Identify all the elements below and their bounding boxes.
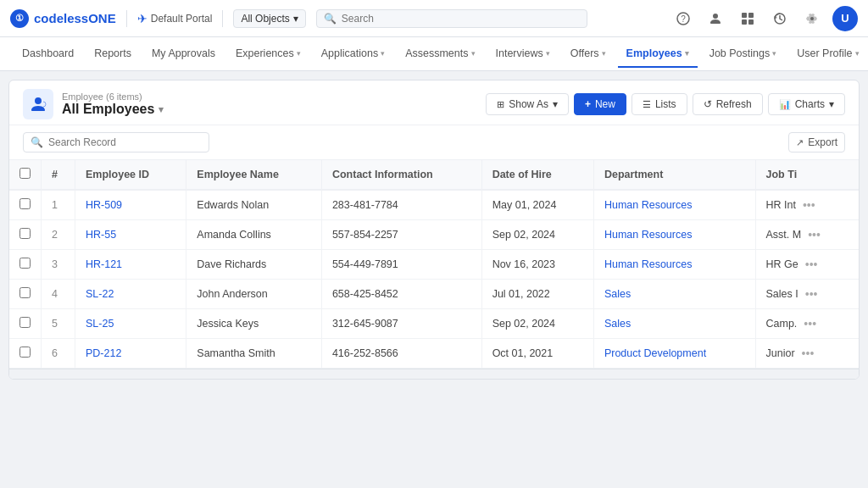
- row-contact-4: 658-425-8452: [321, 280, 481, 309]
- show-as-button[interactable]: ⊞ Show As ▾: [486, 93, 569, 115]
- nav-interviews[interactable]: Interviews▾: [487, 41, 559, 68]
- nav-offers[interactable]: Offers▾: [562, 41, 615, 68]
- row-checkbox-1[interactable]: [9, 190, 42, 220]
- lists-button[interactable]: ☰ Lists: [632, 93, 687, 115]
- portal-selector[interactable]: ✈ Default Portal: [137, 12, 213, 25]
- row-id-6[interactable]: PD-212: [75, 339, 186, 369]
- row-checkbox-3[interactable]: [9, 250, 42, 280]
- charts-button[interactable]: 📊 Charts ▾: [768, 93, 845, 115]
- content-header: Employee (6 items) All Employees ▾ ⊞ Sho…: [9, 80, 859, 125]
- row-checkbox-6[interactable]: [9, 339, 42, 369]
- table-row: 1 HR-509 Edwards Nolan 283-481-7784 May …: [9, 190, 859, 220]
- content-title-area: Employee (6 items) All Employees ▾: [62, 92, 164, 117]
- row-contact-5: 312-645-9087: [321, 309, 481, 339]
- export-button[interactable]: ↗ Export: [788, 132, 845, 152]
- help-icon[interactable]: ?: [671, 7, 695, 30]
- export-icon: ↗: [796, 137, 804, 148]
- nav-reports[interactable]: Reports: [86, 41, 140, 68]
- employee-id-link-4[interactable]: SL-22: [86, 288, 114, 300]
- row-more-btn-2[interactable]: •••: [804, 228, 824, 241]
- employees-caret: ▾: [685, 49, 689, 58]
- nav-assessments[interactable]: Assessments▾: [397, 41, 483, 68]
- applications-caret: ▾: [381, 49, 385, 58]
- row-department-1: Human Resources: [593, 190, 755, 220]
- select-all-checkbox[interactable]: [19, 168, 31, 179]
- employee-id-link-6[interactable]: PD-212: [86, 347, 121, 359]
- main-nav: Dashboard Reports My Approvals Experienc…: [0, 37, 868, 71]
- title-caret[interactable]: ▾: [159, 104, 164, 115]
- nav-job-postings[interactable]: Job Postings▾: [701, 41, 786, 68]
- row-department-6: Product Development: [593, 339, 755, 369]
- global-search-input[interactable]: [342, 13, 580, 25]
- row-id-3[interactable]: HR-121: [75, 250, 186, 280]
- search-record-input[interactable]: [48, 136, 202, 148]
- nav-employees[interactable]: Employees▾: [618, 41, 698, 68]
- content-header-right: ⊞ Show As ▾ + New ☰ Lists ↺ Refresh 📊 Ch…: [486, 93, 845, 115]
- settings-icon[interactable]: [800, 7, 824, 30]
- global-search[interactable]: 🔍: [316, 9, 587, 28]
- employee-id-link-3[interactable]: HR-121: [86, 258, 122, 270]
- nav-user-profile[interactable]: User Profile▾: [788, 41, 867, 68]
- row-more-btn-4[interactable]: •••: [802, 287, 821, 301]
- app-logo[interactable]: ① codelessONE: [10, 9, 116, 28]
- search-row-icon: 🔍: [31, 136, 43, 148]
- users-icon[interactable]: [704, 7, 727, 30]
- row-job-title-5: Camp. •••: [755, 309, 859, 339]
- row-contact-1: 283-481-7784: [321, 190, 481, 220]
- employee-id-link-5[interactable]: SL-25: [86, 318, 114, 330]
- row-more-btn-5[interactable]: •••: [800, 317, 820, 330]
- nav-my-approvals[interactable]: My Approvals: [143, 41, 224, 68]
- nav-dashboard[interactable]: Dashboard: [14, 41, 82, 68]
- lists-icon: ☰: [643, 99, 651, 110]
- row-hire-date-5: Sep 02, 2024: [481, 309, 593, 339]
- row-checkbox-4[interactable]: [9, 280, 42, 309]
- grid-icon[interactable]: [736, 7, 760, 30]
- search-input-wrap[interactable]: 🔍: [23, 132, 209, 152]
- row-hire-date-6: Oct 01, 2021: [481, 339, 593, 369]
- scrollbar-area[interactable]: [9, 369, 859, 379]
- row-id-1[interactable]: HR-509: [75, 190, 186, 220]
- row-contact-6: 416-252-8566: [321, 339, 481, 369]
- row-name-2: Amanda Collins: [186, 220, 322, 250]
- row-contact-2: 557-854-2257: [321, 220, 481, 250]
- th-employee-id: Employee ID: [75, 160, 186, 190]
- row-num-3: 3: [42, 250, 75, 280]
- logo-icon: ①: [10, 9, 29, 28]
- history-icon[interactable]: [768, 7, 792, 30]
- row-checkbox-2[interactable]: [9, 220, 42, 250]
- avatar[interactable]: U: [832, 6, 858, 31]
- offers-caret: ▾: [602, 49, 606, 58]
- table-row: 3 HR-121 Dave Richards 554-449-7891 Nov …: [9, 250, 859, 280]
- table-header-row: # Employee ID Employee Name Contact Info…: [9, 160, 859, 190]
- row-id-5[interactable]: SL-25: [75, 309, 186, 339]
- nav-experiences[interactable]: Experiences▾: [227, 41, 309, 68]
- show-as-label: Show As: [509, 98, 548, 110]
- row-department-4: Sales: [593, 280, 755, 309]
- logo-text: codelessONE: [34, 11, 116, 25]
- th-department: Department: [593, 160, 755, 190]
- table-row: 5 SL-25 Jessica Keys 312-645-9087 Sep 02…: [9, 309, 859, 339]
- row-more-btn-6[interactable]: •••: [798, 347, 818, 360]
- search-row: 🔍 ↗ Export: [9, 125, 859, 160]
- objects-dropdown[interactable]: All Objects ▾: [233, 9, 305, 28]
- th-checkbox: [9, 160, 42, 190]
- svg-text:?: ?: [681, 14, 686, 24]
- employee-id-link-1[interactable]: HR-509: [86, 199, 122, 211]
- row-id-4[interactable]: SL-22: [75, 280, 186, 309]
- row-checkbox-5[interactable]: [9, 309, 42, 339]
- new-button[interactable]: + New: [574, 93, 626, 115]
- row-department-3: Human Resources: [593, 250, 755, 280]
- table-wrap: # Employee ID Employee Name Contact Info…: [9, 160, 859, 369]
- row-more-btn-3[interactable]: •••: [802, 258, 821, 271]
- employee-id-link-2[interactable]: HR-55: [86, 229, 116, 241]
- row-id-2[interactable]: HR-55: [75, 220, 186, 250]
- lists-label: Lists: [655, 98, 676, 110]
- row-name-4: John Anderson: [186, 280, 322, 309]
- row-contact-3: 554-449-7891: [321, 250, 481, 280]
- row-more-btn-1[interactable]: •••: [799, 198, 819, 212]
- new-icon: +: [585, 98, 591, 110]
- assessments-caret: ▾: [471, 49, 476, 58]
- refresh-button[interactable]: ↺ Refresh: [693, 93, 763, 115]
- content-title-text: All Employees: [62, 102, 154, 117]
- nav-applications[interactable]: Applications▾: [313, 41, 393, 68]
